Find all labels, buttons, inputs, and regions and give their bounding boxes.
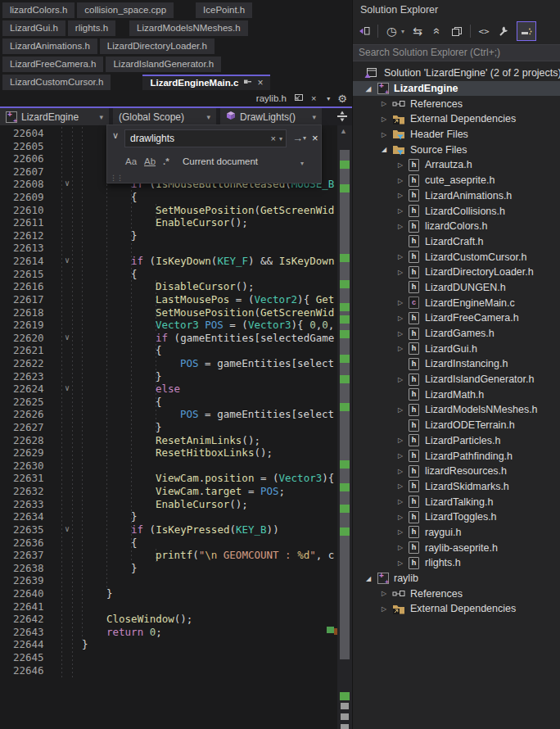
tab-lizardanimations-h[interactable]: LizardAnimations.h <box>2 38 97 54</box>
tab-lizardgui-h[interactable]: LizardGui.h <box>2 20 65 36</box>
preview-selected-items-icon[interactable] <box>517 21 536 41</box>
show-all-files-icon[interactable] <box>450 23 463 39</box>
tree-item-lizardinstancing-h[interactable]: hLizardInstancing.h <box>353 356 560 372</box>
tab-lizardcustomcursor-h[interactable]: LizardCustomCursor.h <box>2 75 111 90</box>
code-line-22630[interactable]: 22630 <box>0 460 336 473</box>
expand-arrow-icon[interactable]: ▷ <box>392 514 409 521</box>
expand-arrow-icon[interactable]: ▷ <box>392 177 409 184</box>
code-line-22646[interactable]: 22646 <box>0 664 336 677</box>
tree-item-lizardislandgenerator-h[interactable]: ▷hLizardIslandGenerator.h <box>353 372 560 387</box>
tree-item-lizardanimations-h[interactable]: ▷hLizardAnimations.h <box>353 188 560 204</box>
filter-caret-icon[interactable]: ▾ <box>401 28 404 35</box>
expand-arrow-icon[interactable]: ▷ <box>392 528 409 536</box>
find-search-input[interactable]: drawlights × ▾ <box>124 129 287 147</box>
code-editor[interactable]: 22604226052260622607}22608∨if (IsMouseBu… <box>0 125 352 729</box>
tree-item-lizardskidmarks-h[interactable]: ▷hLizardSkidmarks.h <box>353 479 560 495</box>
expand-arrow-icon[interactable]: ▷ <box>392 223 409 230</box>
code-line-22628[interactable]: 22628ResetAnimLinks(); <box>0 434 336 447</box>
code-line-22644[interactable]: 22644} <box>0 638 336 651</box>
tree-item-lizardcolors-h[interactable]: ▷hlizardColors.h <box>353 219 560 234</box>
code-line-22618[interactable]: 22618SetMousePosition(GetScreenWid <box>0 306 336 319</box>
expand-arrow-icon[interactable]: ▷ <box>392 315 409 322</box>
collapse-arrow-icon[interactable]: ◢ <box>376 146 392 153</box>
tab-lizardfreecamera-h[interactable]: LizardFreeCamera.h <box>2 57 103 72</box>
code-line-22609[interactable]: 22609{ <box>0 191 336 204</box>
expand-arrow-icon[interactable]: ▷ <box>392 437 409 444</box>
tab-lizardcolors-h[interactable]: lizardColors.h <box>2 2 75 18</box>
tree-item-lizardmodelsnmeshes-h[interactable]: ▷hLizardModelsNMeshes.h <box>353 402 560 418</box>
code-line-22627[interactable]: 22627} <box>0 421 336 434</box>
code-line-22611[interactable]: 22611EnableCursor(); <box>0 216 336 229</box>
expand-arrow-icon[interactable]: ▷ <box>392 406 409 414</box>
fold-chevron-icon[interactable]: ∨ <box>65 254 70 267</box>
tree-item-lizardcustomcursor-h[interactable]: ▷hLizardCustomCursor.h <box>353 249 560 265</box>
code-line-22624[interactable]: 22624∨else <box>0 383 336 396</box>
code-line-22620[interactable]: 22620∨if (gameEntities[selectedGame <box>0 332 336 345</box>
expand-arrow-icon[interactable]: ▷ <box>376 100 392 107</box>
expand-arrow-icon[interactable]: ▷ <box>392 452 409 460</box>
find-drag-handle[interactable]: ⋮⋮ <box>110 174 123 182</box>
tab-lizardislandgenerator-h[interactable]: LizardIslandGenerator.h <box>106 57 221 72</box>
expand-arrow-icon[interactable]: ▷ <box>392 376 409 383</box>
expand-arrow-icon[interactable]: ▷ <box>376 605 392 613</box>
code-line-22645[interactable]: 22645 <box>0 651 336 664</box>
tree-item-arrautza-h[interactable]: ▷hArrautza.h <box>353 157 560 173</box>
expand-arrow-icon[interactable]: ▷ <box>392 559 409 567</box>
close-preview-icon[interactable]: × <box>311 93 316 103</box>
code-line-22642[interactable]: 22642CloseWindow(); <box>0 613 336 626</box>
tree-item-external-dependencies[interactable]: ▷External Dependencies <box>353 601 560 617</box>
expand-arrow-icon[interactable]: ▷ <box>392 544 409 551</box>
whole-word-icon[interactable]: Ab <box>144 156 156 166</box>
tab-lizarddirectoryloader-h[interactable]: LizardDirectoryLoader.h <box>100 38 215 54</box>
navbar-project-dropdown[interactable]: ++ LizardEngine ▾ <box>0 108 109 125</box>
collapse-all-icon[interactable]: « <box>429 25 445 38</box>
code-line-22613[interactable]: 22613 <box>0 242 336 255</box>
code-line-22635[interactable]: 22635∨if (IsKeyPressed(KEY_B)) <box>0 523 336 537</box>
expand-arrow-icon[interactable]: ▷ <box>376 115 392 123</box>
tree-item-references[interactable]: ▷References <box>353 586 560 601</box>
tree-item-external-dependencies[interactable]: ▷External Dependencies <box>353 111 560 127</box>
match-case-icon[interactable]: Aa <box>125 156 137 166</box>
tree-item-lizardfreecamera-h[interactable]: ▷hLizardFreeCamera.h <box>353 310 560 326</box>
find-next-caret-icon[interactable]: ▾ <box>303 134 306 142</box>
sync-with-active-document-icon[interactable]: ⇆ <box>411 23 424 39</box>
code-line-22629[interactable]: 22629ResetHitboxLinks(); <box>0 446 336 460</box>
find-next-icon[interactable]: → <box>292 132 303 144</box>
code-line-22616[interactable]: 22616DisableCursor(); <box>0 280 336 293</box>
split-editor-icon[interactable] <box>336 111 349 125</box>
code-line-22626[interactable]: 22626POS = gameEntities[select <box>0 408 336 421</box>
expand-arrow-icon[interactable]: ▷ <box>392 345 409 352</box>
code-line-22612[interactable]: 22612} <box>0 229 336 242</box>
tree-item-lizarddungen-h[interactable]: hLizardDUNGEN.h <box>353 280 560 296</box>
tree-item-solution-lizardengine-2-of-2-projects[interactable]: Solution 'LizardEngine' (2 of 2 projects… <box>353 66 560 81</box>
code-line-22632[interactable]: 22632ViewCam.target = POS; <box>0 485 336 498</box>
tree-item-lizardenginemain-c[interactable]: ▷cLizardEngineMain.c <box>353 295 560 310</box>
tree-item-lizardengine[interactable]: ◢++LizardEngine <box>353 81 560 97</box>
tree-item-lizardgui-h[interactable]: ▷hLizardGui.h <box>353 341 560 356</box>
expand-to-replace-icon[interactable]: ∨ <box>112 130 119 141</box>
code-line-22637[interactable]: 22637printf("\n GEOMCOUNT : %d", c <box>0 549 336 562</box>
expand-arrow-icon[interactable]: ▷ <box>376 131 392 138</box>
fold-chevron-icon[interactable]: ∨ <box>65 331 70 344</box>
tab-list-caret-icon[interactable]: ▾ <box>327 95 330 102</box>
tree-item-lizardcollisions-h[interactable]: ▷hLizardCollisions.h <box>353 203 560 219</box>
code-line-22638[interactable]: 22638} <box>0 562 336 575</box>
tree-item-lizardparticles-h[interactable]: ▷hLizardParticles.h <box>353 433 560 449</box>
tab-lizardmodelsnmeshes-h[interactable]: LizardModelsNMeshes.h <box>129 20 248 36</box>
code-line-22639[interactable]: 22639 <box>0 574 336 587</box>
code-line-22641[interactable]: 22641 <box>0 600 336 614</box>
tab-icepoint-h[interactable]: IcePoint.h <box>196 2 252 18</box>
regex-icon[interactable]: .* <box>163 156 169 166</box>
collapse-arrow-icon[interactable]: ◢ <box>359 85 377 93</box>
tree-item-rlights-h[interactable]: ▷hrlights.h <box>353 555 560 571</box>
fold-chevron-icon[interactable]: ∨ <box>65 523 70 536</box>
fold-chevron-icon[interactable]: ∨ <box>65 177 70 190</box>
pin-icon[interactable] <box>243 76 252 90</box>
expand-arrow-icon[interactable]: ▷ <box>392 482 409 490</box>
tab-collision-space-cpp[interactable]: collision_space.cpp <box>77 2 174 18</box>
code-line-22643[interactable]: 22643return 0; <box>0 626 336 639</box>
code-line-22619[interactable]: 22619Vector3 POS = (Vector3){ 0,0, <box>0 319 336 332</box>
tree-item-lizardgames-h[interactable]: ▷hLizardGames.h <box>353 326 560 342</box>
expand-arrow-icon[interactable]: ▷ <box>392 330 409 337</box>
tree-item-lizardodeterrain-h[interactable]: hLizardODETerrain.h <box>353 418 560 433</box>
